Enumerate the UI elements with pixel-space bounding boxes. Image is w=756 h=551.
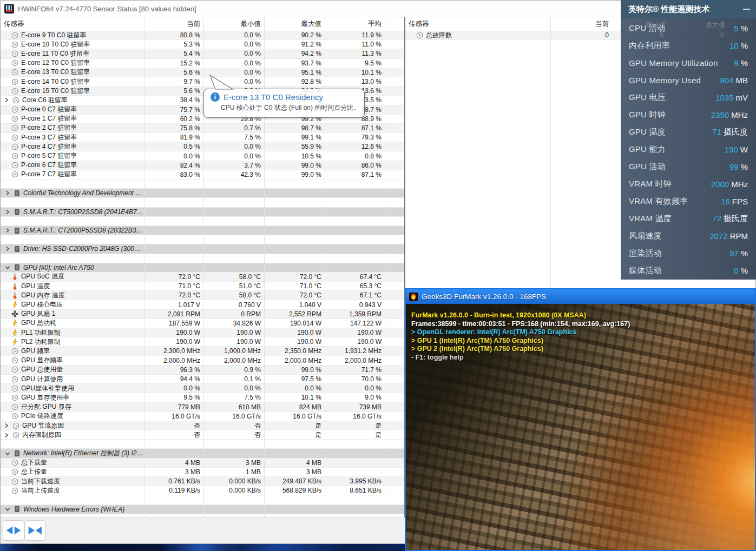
sensor-label: 总上传量: [21, 467, 47, 476]
sensor-row[interactable]: E-core 10 T0 C0 驻留率5.3 %0.0 %91.2 %11.0 …: [1, 40, 404, 49]
sensor-row[interactable]: E-core 12 T0 C0 驻留率15.2 %0.0 %93.7 %9.5 …: [1, 59, 404, 68]
avg-value: 2,000.0 MHz: [325, 357, 385, 364]
sensor-row[interactable]: GPU 总功耗187.559 W34.826 W190.014 W147.122…: [1, 319, 404, 328]
metric-value: 97: [729, 249, 739, 258]
min-value: 16.0 GT/s: [203, 413, 264, 420]
chevron-right-icon[interactable]: [5, 190, 14, 196]
sensor-row[interactable]: P-core 7 C7 驻留率83.0 %42.3 %99.0 %87.1 %: [1, 170, 404, 180]
min-value: 0 RPM: [203, 310, 264, 318]
sensor-row[interactable]: GPU 内存 温度72.0 °C58.0 °C72.0 °C67.1 °C: [1, 291, 404, 300]
max-value: 94.2 %: [264, 50, 325, 57]
chevron-right-icon[interactable]: [5, 246, 14, 252]
chevron-down-icon[interactable]: [5, 450, 14, 456]
sensor-row[interactable]: 当前上传速度0.119 KB/s0.000 KB/s568.829 KB/s8.…: [1, 486, 404, 495]
current-value: 5.6 %: [144, 69, 203, 76]
sensor-label: E-core 12 T0 C0 驻留率: [21, 58, 90, 68]
sensor-row[interactable]: GPU 频率2,300.0 MHz1,000.0 MHz2,350.0 MHz1…: [1, 347, 404, 356]
chevron-right-icon[interactable]: [4, 423, 12, 429]
overlay-line: > GPU 1 (Intel(R) Arc(TM) A750 Graphics): [411, 337, 630, 346]
sensor-row[interactable]: 总上传量3 MB1 MB3 MB: [1, 468, 404, 477]
right-column-header-0[interactable]: 传感器: [405, 19, 550, 29]
section-header-row[interactable]: Colorful Technology And Development Co.,…: [1, 189, 404, 198]
arrows-outward-icon: [6, 526, 21, 535]
section-header-row[interactable]: Windows Hardware Errors (WHEA): [1, 505, 404, 514]
sensor-row[interactable]: P-core 6 C7 驻留率82.4 %3.7 %99.0 %86.0 %: [1, 161, 404, 170]
sensor-row[interactable]: GPU 计算使用94.4 %0.1 %97.5 %70.0 %: [1, 375, 404, 384]
sensor-label: 当前下载速度: [21, 477, 60, 486]
chevron-down-icon[interactable]: [5, 506, 14, 512]
sensor-row[interactable]: GPU SoC 温度72.0 °C58.0 °C72.0 °C67.4 °C: [1, 273, 404, 282]
sensor-row[interactable]: 已分配 GPU 显存779 MB610 MB824 MB739 MB: [1, 403, 404, 412]
current-value: 72.0 °C: [144, 273, 203, 281]
section-header-row[interactable]: S.M.A.R.T.: CT500P2SSD8 (2041E4B75915): [1, 208, 404, 217]
sensor-row[interactable]: GPU 核心电压1.017 V0.760 V1.040 V0.943 V: [1, 300, 404, 309]
sensor-row[interactable]: GPU 显存频率2,000.0 MHz2,000.0 MHz2,000.0 MH…: [1, 356, 404, 366]
column-header-0[interactable]: 传感器: [1, 19, 144, 29]
sensor-row[interactable]: 总下载量4 MB3 MB4 MB: [1, 459, 404, 468]
metric-label: 内存利用率: [629, 41, 670, 51]
current-value: 15.2 %: [144, 59, 203, 67]
collapse-columns-button[interactable]: [24, 520, 46, 541]
column-header-1[interactable]: 当前: [144, 19, 203, 29]
sensor-label: E-core 14 T0 C0 驻留率: [21, 77, 90, 87]
current-value: 0.5 %: [144, 143, 203, 150]
metric-unit: %: [741, 266, 748, 275]
avg-value: 16.0 GT/s: [325, 413, 385, 420]
spacer-row: [1, 180, 404, 189]
device-chip-icon: [14, 245, 21, 253]
minimize-icon[interactable]: [743, 9, 750, 10]
min-value: 0.0 %: [203, 59, 264, 67]
sensor-row[interactable]: GPU 节流原因否否是是: [1, 421, 404, 430]
max-value: 55.9 %: [264, 143, 325, 150]
sensor-row[interactable]: GPU 显存使用率9.5 %7.5 %10.1 %9.0 %: [1, 393, 404, 402]
furmark-titlebar[interactable]: Geeks3D FurMark v1.26.0.0 - 168FPS: [406, 289, 755, 304]
sensor-label: GPU 温度: [21, 282, 50, 291]
sensor-row[interactable]: E-core 13 T0 C0 驻留率5.6 %0.0 %95.1 %10.1 …: [1, 68, 404, 77]
current-value: 779 MB: [144, 403, 203, 411]
sensor-row[interactable]: GPU 风扇 12,091 RPM0 RPM2,552 RPM1,359 RPM: [1, 310, 404, 319]
hwinfo-window-title: HWiNFO64 v7.24-4770 Sensor Status [80 va…: [18, 5, 196, 13]
chevron-right-icon[interactable]: [4, 97, 12, 103]
avg-value: 79.3 %: [325, 134, 385, 141]
sensor-row[interactable]: E-core 11 T0 C0 驻留率5.4 %0.0 %94.2 %11.3 …: [1, 49, 404, 58]
section-header-row[interactable]: S.M.A.R.T.: CT2000P5SSD8 (20322B332045): [1, 226, 404, 235]
overlay-line: - F1: toggle help: [411, 354, 630, 362]
sensor-row[interactable]: PCIe 链路速度16.0 GT/s16.0 GT/s16.0 GT/s16.0…: [1, 412, 404, 421]
section-header-row[interactable]: Network: Intel(R) Ethernet 控制器 (3) I225-…: [1, 449, 404, 458]
hwinfo-app-icon: [4, 4, 14, 14]
column-header-2[interactable]: 最小值: [203, 19, 264, 29]
column-header-3[interactable]: 最大值: [264, 19, 325, 29]
chevron-right-icon[interactable]: [4, 432, 12, 438]
device-chip-icon: [14, 227, 21, 234]
section-label: Colorful Technology And Development Co.,…: [23, 189, 144, 197]
gauge-icon: [11, 152, 18, 160]
sensor-row[interactable]: E-core 14 T0 C0 驻留率9.7 %0.0 %92.8 %13.0 …: [1, 77, 404, 87]
sensor-row[interactable]: P-core 2 C7 驻留率75.8 %0.7 %98.7 %87.1 %: [1, 124, 404, 133]
sensor-row[interactable]: P-core 4 C7 驻留率0.5 %0.0 %55.9 %12.6 %: [1, 142, 404, 151]
sensor-row[interactable]: PL1 功耗限制190.0 W190.0 W190.0 W190.0 W: [1, 328, 404, 337]
column-header-4[interactable]: 平均: [325, 19, 385, 29]
chevron-right-icon[interactable]: [5, 228, 14, 234]
column-divider: [385, 17, 385, 519]
device-chip-icon: [14, 450, 21, 457]
sensor-row[interactable]: GPU 温度71.0 °C51.0 °C71.0 °C65.3 °C: [1, 282, 404, 291]
section-header-row[interactable]: GPU [#0]: Intel Arc A750: [1, 263, 404, 273]
min-value: 0.9 %: [203, 366, 264, 374]
right-column-header-1[interactable]: 当前: [550, 19, 612, 29]
sensor-row[interactable]: P-core 3 C7 驻留率81.9 %7.5 %99.1 %79.3 %: [1, 133, 404, 142]
sensor-row[interactable]: P-core 5 C7 驻留率0.0 %0.0 %10.5 %0.8 %: [1, 151, 404, 161]
expand-columns-button[interactable]: [3, 520, 24, 541]
sensor-row[interactable]: 当前下载速度0.761 KB/s0.000 KB/s249.487 KB/s3.…: [1, 477, 404, 486]
sensor-row[interactable]: 内存限制原因否否是是: [1, 430, 404, 440]
chevron-right-icon[interactable]: [5, 209, 14, 215]
chevron-down-icon[interactable]: [5, 264, 14, 270]
sensor-row[interactable]: GPU 总使用量96.3 %0.9 %99.0 %71.7 %: [1, 366, 404, 375]
furmark-render-viewport: FurMark v1.26.0.0 - Burn-in test, 1920x1…: [406, 304, 755, 550]
sensor-row[interactable]: PL2 功耗限制190.0 W190.0 W190.0 W190.0 W: [1, 337, 404, 347]
avg-value: 3.995 KB/s: [325, 477, 385, 485]
sensor-label: GPU 频率: [21, 347, 50, 356]
sensor-row[interactable]: E-core 9 T0 C0 驻留率80.8 %0.0 %90.2 %11.9 …: [1, 31, 404, 40]
section-header-row[interactable]: Drive: HS-SSD-C2000Pro 2048G (30070540..…: [1, 244, 404, 254]
current-value: 否: [144, 430, 203, 440]
sensor-row[interactable]: GPU媒体引擎使用0.0 %0.0 %0.0 %0.0 %: [1, 384, 404, 393]
